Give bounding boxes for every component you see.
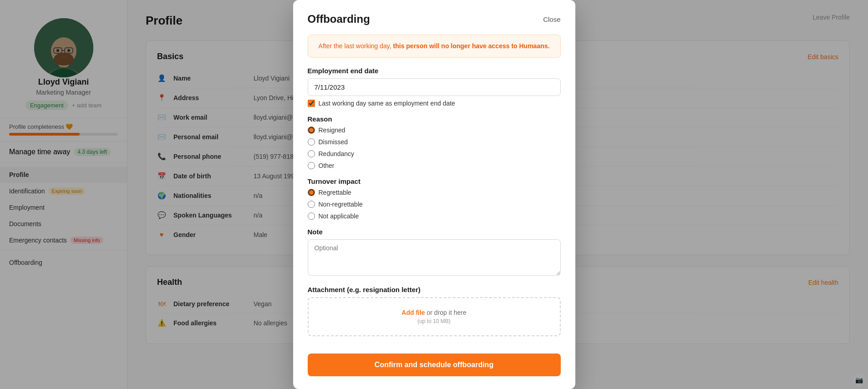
attachment-label: Attachment (e.g. resignation letter) [308,286,561,293]
attachment-or-text: or drop it here [425,309,467,316]
note-group: Note [308,228,561,278]
reason-other-row: Other [308,162,561,169]
offboarding-modal: Offboarding Close After the last working… [293,0,575,389]
note-textarea[interactable] [308,239,561,276]
modal-title: Offboarding [308,13,370,25]
turnover-not-applicable-row: Not applicable [308,212,561,220]
turnover-non-regrettable-row: Non-regrettable [308,201,561,208]
turnover-not-applicable-label[interactable]: Not applicable [319,212,359,220]
attachment-text: Add file or drop it here [320,309,549,316]
employment-end-date-label: Employment end date [308,67,561,75]
turnover-non-regrettable-label[interactable]: Non-regrettable [319,201,363,208]
reason-radio-group: Resigned Dismissed Redundancy Other [308,126,561,169]
turnover-regrettable-label[interactable]: Regrettable [319,189,351,196]
turnover-not-applicable-radio[interactable] [308,212,315,220]
modal-header: Offboarding Close [308,13,561,25]
reason-redundancy-radio[interactable] [308,150,315,157]
reason-other-label[interactable]: Other [319,162,335,169]
reason-resigned-label[interactable]: Resigned [319,126,345,134]
last-working-day-label[interactable]: Last working day same as employment end … [319,100,455,107]
reason-dismissed-label[interactable]: Dismissed [319,138,348,146]
last-working-day-row: Last working day same as employment end … [308,100,561,107]
confirm-offboarding-button[interactable]: Confirm and schedule offboarding [308,354,561,376]
reason-resigned-row: Resigned [308,126,561,134]
reason-resigned-radio[interactable] [308,126,315,134]
turnover-group: Turnover impact Regrettable Non-regretta… [308,177,561,220]
modal-close-button[interactable]: Close [543,15,560,23]
attachment-add-link[interactable]: Add file [401,309,425,316]
turnover-non-regrettable-radio[interactable] [308,201,315,208]
employment-end-date-group: Employment end date Last working day sam… [308,67,561,107]
attachment-group: Attachment (e.g. resignation letter) Add… [308,286,561,336]
reason-dismissed-row: Dismissed [308,138,561,146]
warning-text: After the last working day, this person … [316,41,552,51]
modal-backdrop: Offboarding Close After the last working… [0,0,868,389]
turnover-label: Turnover impact [308,177,561,185]
reason-other-radio[interactable] [308,162,315,169]
reason-label: Reason [308,115,561,123]
reason-group: Reason Resigned Dismissed Redundancy Oth… [308,115,561,169]
last-working-day-checkbox[interactable] [308,100,315,107]
reason-redundancy-label[interactable]: Redundancy [319,150,355,157]
note-label: Note [308,228,561,236]
warning-box: After the last working day, this person … [308,35,561,58]
reason-dismissed-radio[interactable] [308,138,315,146]
turnover-regrettable-radio[interactable] [308,189,315,196]
employment-end-date-input[interactable] [308,78,561,96]
attachment-size: (up to 10 MB) [320,318,549,324]
reason-redundancy-row: Redundancy [308,150,561,157]
turnover-radio-group: Regrettable Non-regrettable Not applicab… [308,189,561,220]
attachment-dropzone[interactable]: Add file or drop it here (up to 10 MB) [308,297,561,336]
turnover-regrettable-row: Regrettable [308,189,561,196]
